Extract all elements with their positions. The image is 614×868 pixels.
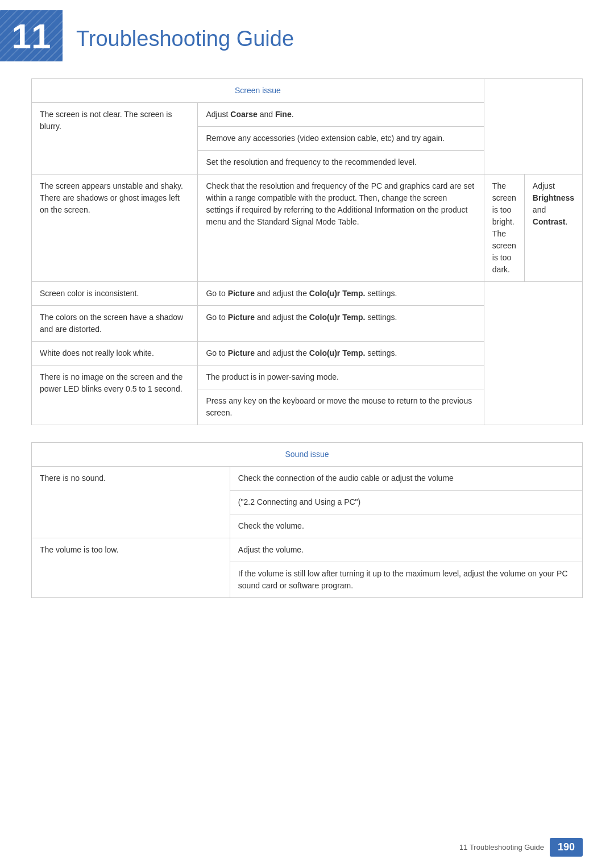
bold-term: Fine: [275, 110, 292, 119]
solution-cell: Go to Picture and adjust the Colo(u)r Te…: [198, 282, 484, 306]
solution-cell: Press any key on the keyboard or move th…: [198, 389, 484, 425]
page-header: 11 Troubleshooting Guide: [0, 0, 614, 78]
sound-table-header: Sound issue: [32, 443, 583, 467]
table-row: The colors on the screen have a shadow a…: [32, 306, 583, 342]
issue-cell: The screen is not clear. The screen is b…: [32, 103, 198, 175]
page-number: 190: [550, 838, 583, 857]
screen-table-body: The screen is not clear. The screen is b…: [32, 103, 583, 425]
bold-term: Coarse: [230, 110, 257, 119]
screen-issue-table: Screen issue The screen is not clear. Th…: [31, 78, 583, 425]
sound-issue-table: Sound issue There is no sound. Check the…: [31, 442, 583, 598]
solution-cell: Remove any accessories (video extension …: [198, 127, 484, 151]
table-row: The volume is too low. Adjust the volume…: [32, 538, 583, 562]
screen-table-header: Screen issue: [32, 79, 484, 103]
issue-cell: The colors on the screen have a shadow a…: [32, 306, 198, 342]
issue-cell: The screen appears unstable and shaky. T…: [32, 175, 198, 282]
solution-cell: Check the connection of the audio cable …: [230, 467, 582, 491]
bold-term: Colo(u)r Temp.: [309, 348, 366, 358]
chapter-number: 11: [12, 16, 51, 56]
issue-cell: Screen color is inconsistent.: [32, 282, 198, 306]
page-footer: 11 Troubleshooting Guide 190: [459, 838, 583, 857]
bold-term: Colo(u)r Temp.: [309, 313, 366, 322]
bold-term: Colo(u)r Temp.: [309, 289, 366, 298]
solution-cell: Go to Picture and adjust the Colo(u)r Te…: [198, 342, 484, 366]
bold-term: Picture: [228, 348, 255, 358]
issue-cell: There is no sound.: [32, 467, 230, 538]
issue-cell: The screen is too bright. The screen is …: [484, 175, 524, 282]
issue-cell: There is no image on the screen and the …: [32, 366, 198, 425]
table-row: White does not really look white. Go to …: [32, 342, 583, 366]
table-row: The screen is not clear. The screen is b…: [32, 103, 583, 127]
solution-cell: Adjust Brightness and Contrast.: [524, 175, 582, 282]
solution-cell: Check the volume.: [230, 514, 582, 538]
main-content: Screen issue The screen is not clear. Th…: [0, 78, 614, 649]
solution-cell: The product is in power-saving mode.: [198, 366, 484, 389]
bold-term: Picture: [228, 289, 255, 298]
table-row: There is no image on the screen and the …: [32, 366, 583, 389]
table-row: Screen color is inconsistent. Go to Pict…: [32, 282, 583, 306]
bold-term: Picture: [228, 313, 255, 322]
sound-table-body: There is no sound. Check the connection …: [32, 467, 583, 598]
chapter-title: Troubleshooting Guide: [76, 21, 294, 51]
issue-cell: White does not really look white.: [32, 342, 198, 366]
solution-cell: Check that the resolution and frequency …: [198, 175, 484, 282]
footer-label: 11 Troubleshooting Guide: [459, 843, 544, 852]
solution-cell: Adjust Coarse and Fine.: [198, 103, 484, 127]
solution-cell: If the volume is still low after turning…: [230, 562, 582, 598]
solution-cell: Adjust the volume.: [230, 538, 582, 562]
issue-cell: The volume is too low.: [32, 538, 230, 598]
bold-term: Contrast: [533, 217, 566, 226]
bold-term: Brightness: [533, 193, 574, 202]
chapter-block: 11: [0, 10, 63, 61]
solution-cell: Set the resolution and frequency to the …: [198, 151, 484, 175]
solution-cell: ("2.2 Connecting and Using a PC"): [230, 491, 582, 514]
solution-cell: Go to Picture and adjust the Colo(u)r Te…: [198, 306, 484, 342]
table-row: There is no sound. Check the connection …: [32, 467, 583, 491]
